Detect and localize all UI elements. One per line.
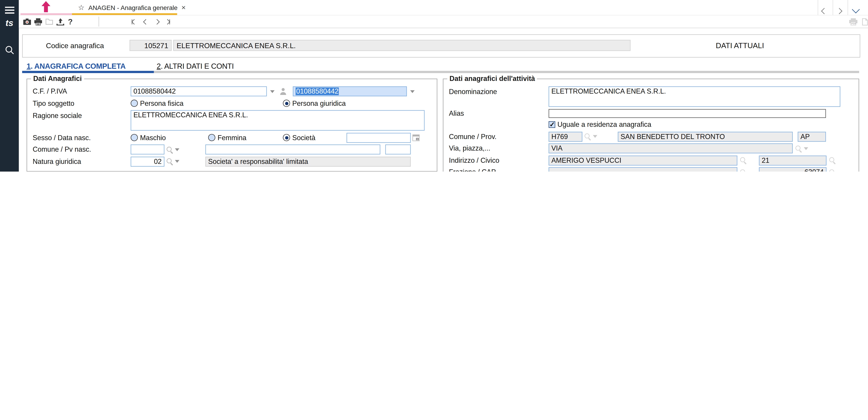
- ragione-sociale-header-value[interactable]: ELETTROMECCANICA ENEA S.R.L.: [174, 40, 631, 51]
- dati-attuali-label: DATI ATTUALI: [716, 41, 764, 50]
- upload-icon[interactable]: [55, 16, 65, 28]
- document-icon[interactable]: [860, 16, 868, 28]
- checkbox-uguale-residenza[interactable]: Uguale a residenza anagrafica: [549, 121, 651, 128]
- nav-next-icon[interactable]: [153, 16, 160, 28]
- dropdown-icon[interactable]: [175, 148, 180, 151]
- tab-anagrafica-completa[interactable]: 1. ANAGRAFICA COMPLETA: [27, 62, 126, 70]
- alias-input[interactable]: [549, 109, 826, 118]
- dropdown-icon: [804, 147, 808, 150]
- dropdown-icon: [593, 135, 597, 138]
- piva-attivita-input[interactable]: 01088580442: [293, 86, 407, 96]
- comune-nascita-input[interactable]: [206, 145, 380, 154]
- nav-first-icon[interactable]: [129, 16, 138, 28]
- search-lookup-icon: [795, 145, 802, 152]
- nav-previous-icon[interactable]: [142, 16, 149, 28]
- comune-code-input: H769: [549, 131, 582, 142]
- via-piazza-label: Via, piazza,...: [449, 145, 549, 152]
- nav-forward-icon[interactable]: [837, 5, 842, 16]
- cf-dropdown-icon[interactable]: [270, 90, 275, 93]
- civico-input: 21: [759, 155, 827, 165]
- search-icon[interactable]: [0, 44, 19, 55]
- radio-femmina[interactable]: Femmina: [208, 133, 283, 141]
- comune-prov-label: Comune / Prov.: [449, 133, 549, 140]
- teamsystem-logo: ts: [0, 18, 19, 29]
- calendar-icon[interactable]: 3: [412, 134, 420, 141]
- help-icon[interactable]: ?: [66, 16, 74, 28]
- app-window: ts ec: [0, 0, 868, 172]
- separator: [98, 17, 99, 26]
- natura-giuridica-desc: Societa' a responsabilita' limitata: [206, 156, 411, 167]
- piva-dropdown-icon[interactable]: [410, 90, 415, 93]
- tipo-soggetto-label: Tipo soggetto: [33, 99, 130, 107]
- nav-last-icon[interactable]: [163, 16, 172, 28]
- frazione-cap-label: Frazione / CAP: [449, 168, 549, 171]
- print-pdf-icon[interactable]: PDF: [848, 16, 858, 28]
- sesso-data-label: Sesso / Data nasc.: [33, 133, 130, 141]
- comune-nascita-code-input[interactable]: [131, 145, 164, 154]
- search-lookup-icon: [829, 169, 836, 172]
- comune-input: SAN BENEDETTO DEL TRONTO: [618, 131, 793, 142]
- data-nascita-input[interactable]: [346, 133, 411, 143]
- folder-icon[interactable]: [44, 16, 54, 28]
- toolbar: ? PDF: [19, 16, 868, 28]
- provincia-input: AP: [798, 131, 826, 142]
- search-lookup-icon: [740, 157, 747, 164]
- tab-altri-dati-e-conti[interactable]: 2. ALTRI DATI E CONTI: [157, 62, 234, 70]
- home-tab-underline: [21, 13, 72, 15]
- section-dati-anagrafici: Dati Anagrafici C.F. / P.IVA 01088580442…: [27, 79, 437, 172]
- nav-back-icon[interactable]: [822, 5, 827, 16]
- search-lookup-icon[interactable]: [166, 158, 174, 165]
- radio-persona-fisica[interactable]: Persona fisica: [131, 99, 283, 107]
- sidebar: ts ec: [0, 0, 19, 172]
- provincia-nascita-input[interactable]: [385, 145, 411, 154]
- collapse-chevron-icon[interactable]: [853, 4, 859, 14]
- active-tab-indicator: [22, 71, 154, 73]
- section-legend: Dati anagrafici dell'attività: [447, 75, 537, 83]
- ragione-sociale-input[interactable]: ELETTROMECCANICA ENEA S.R.L.: [131, 110, 425, 131]
- search-lookup-icon: [584, 133, 591, 140]
- separator: [847, 0, 848, 15]
- tab-close-icon[interactable]: ×: [182, 3, 186, 12]
- comune-pv-nascita-label: Comune / Pv nasc.: [33, 146, 130, 153]
- section-legend: Dati Anagrafici: [31, 75, 84, 83]
- search-lookup-icon[interactable]: [166, 146, 174, 153]
- frazione-input: [549, 167, 737, 172]
- ragione-sociale-label: Ragione sociale: [33, 110, 130, 120]
- favorite-star-icon[interactable]: ☆: [78, 3, 85, 12]
- radio-persona-giuridica[interactable]: Persona giuridica: [283, 99, 346, 107]
- natura-giuridica-label: Natura giuridica: [33, 157, 130, 165]
- separator: [833, 0, 833, 15]
- indirizzo-civico-label: Indirizzo / Civico: [449, 156, 549, 164]
- tab-title: ANAGEN - Anagrafica generale: [88, 4, 178, 11]
- cf-piva-label: C.F. / P.IVA: [33, 88, 130, 95]
- radio-maschio[interactable]: Maschio: [131, 133, 208, 141]
- cap-input: 63074: [759, 167, 827, 172]
- person-lookup-icon[interactable]: [280, 88, 287, 95]
- camera-icon[interactable]: [22, 16, 32, 28]
- top-tab-bar: ☆ ANAGEN - Anagrafica generale ×: [19, 0, 868, 16]
- selected-text: 01088580442: [296, 88, 339, 95]
- denominazione-label: Denominazione: [449, 86, 549, 96]
- active-tab-underline: [72, 13, 177, 15]
- section-dati-attivita: Dati anagrafici dell'attività Denominazi…: [443, 79, 859, 172]
- dropdown-icon[interactable]: [175, 160, 180, 163]
- svg-text:PDF: PDF: [851, 22, 856, 25]
- search-lookup-icon: [829, 157, 836, 164]
- natura-giuridica-code-input[interactable]: 02: [131, 156, 164, 167]
- radio-societa[interactable]: Società: [283, 133, 346, 141]
- hamburger-menu-icon[interactable]: [0, 4, 19, 16]
- denominazione-input[interactable]: ELETTROMECCANICA ENEA S.R.L.: [549, 86, 840, 107]
- tab-anagen[interactable]: ☆ ANAGEN - Anagrafica generale ×: [72, 0, 191, 15]
- tab-strip-line: [154, 71, 859, 73]
- alias-label: Alias: [449, 110, 549, 117]
- indirizzo-input: AMERIGO VESPUCCI: [549, 155, 737, 165]
- search-lookup-icon: [740, 169, 747, 172]
- cf-piva-input[interactable]: 01088580442: [131, 86, 267, 96]
- via-input: VIA: [549, 143, 793, 153]
- home-icon[interactable]: [40, 1, 52, 14]
- codice-anagrafica-value[interactable]: 105271: [129, 40, 172, 51]
- print-icon[interactable]: [33, 16, 43, 28]
- codice-anagrafica-label: Codice anagrafica: [46, 41, 104, 50]
- svg-text:3: 3: [416, 138, 418, 141]
- record-header: Codice anagrafica 105271 ELETTROMECCANIC…: [22, 34, 860, 58]
